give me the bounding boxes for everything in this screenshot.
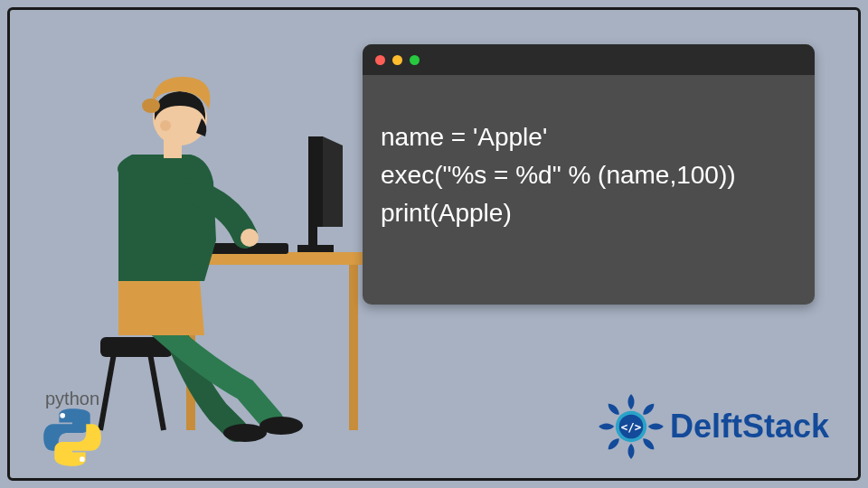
close-dot — [375, 55, 385, 65]
python-logo: python — [23, 389, 122, 473]
svg-rect-4 — [349, 263, 358, 430]
svg-point-12 — [259, 417, 303, 435]
person-at-computer-illustration — [64, 55, 390, 444]
code-line-1: name = 'Apple' — [381, 123, 547, 151]
svg-rect-9 — [297, 245, 334, 252]
svg-rect-6 — [308, 136, 323, 227]
maximize-dot — [410, 55, 420, 65]
svg-line-1 — [150, 353, 164, 430]
svg-point-13 — [241, 229, 259, 247]
svg-point-18 — [60, 413, 65, 418]
svg-point-17 — [160, 120, 171, 131]
delftstack-label: DelftStack — [670, 408, 829, 446]
svg-text:</>: </> — [621, 420, 642, 434]
window-titlebar — [363, 44, 815, 75]
delftstack-emblem-icon: </> — [596, 391, 666, 462]
code-body: name = 'Apple' exec("%s = %d" % (name,10… — [363, 75, 815, 305]
code-window: name = 'Apple' exec("%s = %d" % (name,10… — [363, 44, 815, 305]
svg-marker-7 — [323, 136, 343, 227]
svg-point-19 — [80, 456, 85, 462]
svg-point-16 — [142, 99, 160, 113]
minimize-dot — [392, 55, 402, 65]
svg-rect-8 — [308, 227, 317, 247]
code-line-2: exec("%s = %d" % (name,100)) — [381, 161, 736, 189]
code-line-3: print(Apple) — [381, 199, 512, 227]
python-snakes-icon — [41, 406, 104, 469]
delftstack-logo: </> DelftStack — [596, 391, 829, 462]
content-frame: name = 'Apple' exec("%s = %d" % (name,10… — [7, 7, 861, 481]
